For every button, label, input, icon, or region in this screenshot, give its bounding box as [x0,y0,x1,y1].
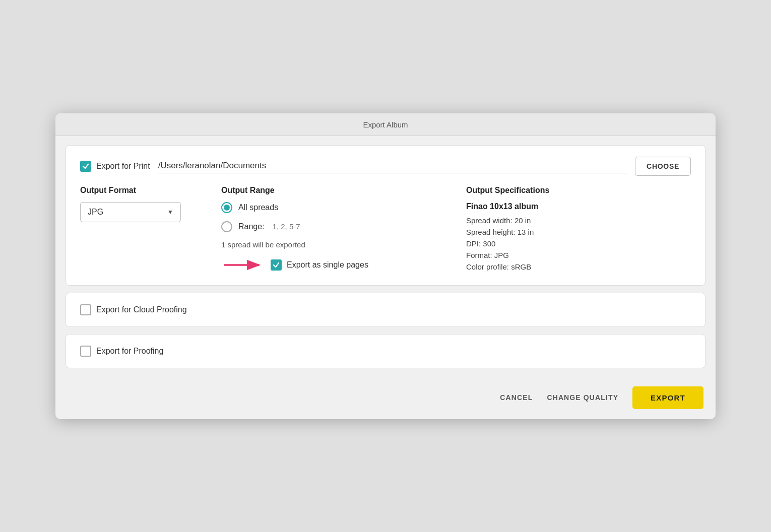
pink-arrow-icon [221,256,267,274]
cloud-proofing-section: Export for Cloud Proofing [66,293,705,327]
cloud-proofing-text: Export for Cloud Proofing [96,305,187,314]
output-format-col: Output Format JPG ▼ [80,186,211,274]
dropdown-arrow-icon: ▼ [167,209,173,216]
choose-button[interactable]: CHOOSE [635,157,691,176]
print-top-row: Export for Print CHOOSE [80,157,691,176]
dialog-title: Export Album [363,120,408,129]
checkmark-icon [82,163,89,170]
radio-all-spreads-label: All spreads [238,203,278,212]
export-single-pages-checkbox[interactable] [271,259,282,271]
cancel-button[interactable]: CANCEL [500,393,533,402]
radio-all-spreads-button[interactable] [221,202,232,213]
dialog-body: Export for Print CHOOSE Output Format JP… [55,136,716,378]
dialog-title-bar: Export Album [55,113,716,136]
dialog-footer: CANCEL CHANGE QUALITY EXPORT [55,378,716,419]
export-button[interactable]: EXPORT [632,386,703,409]
output-specs-col: Output Specifications Finao 10x13 album … [451,186,691,274]
path-input[interactable] [158,159,627,173]
album-name: Finao 10x13 album [466,202,691,211]
color-profile: Color profile: sRGB [466,262,691,271]
format-selected-value: JPG [88,208,103,217]
radio-range[interactable]: Range: [221,221,451,232]
radio-all-spreads[interactable]: All spreads [221,202,451,213]
format-spec: Format: JPG [466,251,691,259]
pink-arrow [221,256,267,274]
proofing-checkbox[interactable] [80,346,91,357]
output-range-header: Output Range [221,186,451,195]
export-single-pages-text: Export as single pages [287,260,368,270]
proofing-label[interactable]: Export for Proofing [80,346,691,357]
export-single-pages-label[interactable]: Export as single pages [271,259,368,271]
change-quality-button[interactable]: CHANGE QUALITY [547,393,618,402]
print-columns: Output Format JPG ▼ Output Range All spr… [80,186,691,274]
export-for-print-label[interactable]: Export for Print [80,161,150,172]
spread-height: Spread height: 13 in [466,228,691,236]
proofing-section: Export for Proofing [66,334,705,368]
proofing-text: Export for Proofing [96,347,163,356]
single-pages-row: Export as single pages [221,256,451,274]
export-for-print-text: Export for Print [96,162,150,171]
export-for-print-checkbox[interactable] [80,161,91,172]
format-select[interactable]: JPG ▼ [80,202,181,222]
cloud-proofing-label[interactable]: Export for Cloud Proofing [80,304,691,315]
output-specs-header: Output Specifications [466,186,691,195]
spread-width: Spread width: 20 in [466,216,691,225]
radio-all-spreads-inner [224,205,230,211]
radio-range-button[interactable] [221,221,232,232]
output-range-col: Output Range All spreads Range: 1 spread… [211,186,451,274]
print-section: Export for Print CHOOSE Output Format JP… [66,145,705,286]
radio-range-label: Range: [238,222,265,231]
dpi: DPI: 300 [466,239,691,248]
export-dialog: Export Album Export for Print CHOOSE [55,113,716,419]
spread-count: 1 spread will be exported [221,240,451,249]
single-pages-checkmark-icon [273,261,280,269]
cloud-proofing-checkbox[interactable] [80,304,91,315]
output-format-header: Output Format [80,186,211,195]
range-input[interactable] [271,221,351,232]
